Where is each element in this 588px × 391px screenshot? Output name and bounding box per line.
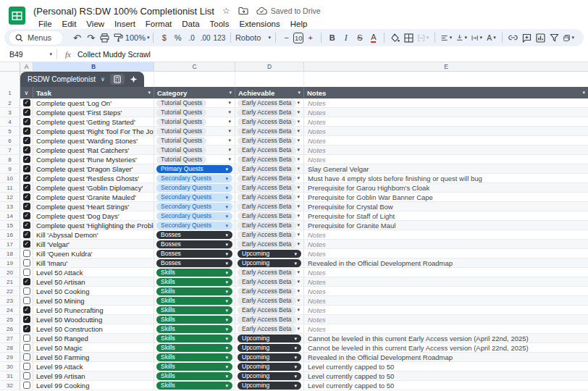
bold-button[interactable]: B [325,30,339,45]
row-number[interactable]: 8 [0,155,20,164]
category-cell[interactable]: Skills▾ [154,362,235,371]
redo-button[interactable]: ↷ [84,30,98,45]
menu-edit[interactable]: Edit [57,19,82,29]
row-checkbox[interactable] [23,269,30,276]
note-cell[interactable]: Prerequisite for Crystal Bow [304,202,588,211]
category-cell[interactable]: Skills▾ [154,306,235,315]
task-cell[interactable]: Complete quest 'Rat Catchers' [33,146,154,155]
achievable-chip[interactable]: Early Access Beta [238,175,296,182]
category-chip[interactable]: Secondary Quests▾ [156,184,232,192]
task-cell[interactable]: Level 50 Farming [33,353,154,362]
note-cell[interactable]: Notes [304,117,588,127]
achievable-chip[interactable]: Early Access Beta [238,165,296,173]
achievable-cell[interactable]: Early Access Beta▾ [235,98,304,108]
achievable-chip[interactable]: Early Access Beta [238,156,296,164]
task-cell[interactable]: Complete quest 'Log On' [33,98,154,108]
task-cell[interactable]: Complete quest 'Highlighting the Problem… [33,221,154,230]
note-cell[interactable]: Level currently capped to 50 [304,381,588,390]
menu-format[interactable]: Format [140,19,177,29]
print-button[interactable] [98,30,112,45]
achievable-cell[interactable]: Early Access Beta▾ [235,240,304,249]
achievable-chip[interactable]: Early Access Beta [238,212,296,220]
text-rotation-button[interactable]: A ▾ [484,30,498,45]
task-cell[interactable]: Level 50 Attack [33,268,154,277]
row-number[interactable]: 32 [0,381,20,390]
task-cell[interactable]: Level 50 Ranged [33,334,154,343]
achievable-cell[interactable]: Early Access Beta▾ [235,306,304,315]
category-cell[interactable]: Tutorial Quests▾ [154,155,235,164]
insert-link-button[interactable] [506,30,520,45]
column-header-achievable[interactable]: Achievable ▾ [235,87,304,98]
row-number[interactable]: 29 [0,353,20,362]
achievable-cell[interactable]: Early Access Beta▾ [235,202,304,211]
menu-help[interactable]: Help [285,19,313,29]
row-checkbox[interactable]: ✓ [23,99,30,106]
borders-button[interactable] [402,30,416,45]
category-chip[interactable]: Bosses▾ [156,250,232,258]
create-filter-button[interactable] [547,30,561,45]
category-chip[interactable]: Skills▾ [156,382,232,390]
row-number[interactable]: 18 [0,249,20,258]
achievable-chip[interactable]: Early Access Beta [238,146,296,154]
achievable-chip[interactable]: Early Access Beta [238,193,296,201]
category-chip[interactable]: Secondary Quests▾ [156,212,232,220]
row-number[interactable]: 7 [0,146,20,155]
category-cell[interactable]: Secondary Quests▾ [154,221,235,230]
row-number[interactable]: 28 [0,343,20,353]
category-chip[interactable]: Secondary Quests▾ [156,193,232,201]
row-number[interactable]: 10 [0,174,20,183]
category-chip[interactable]: Skills▾ [156,278,232,286]
category-cell[interactable]: Bosses▾ [154,249,235,258]
row-number[interactable]: 3 [0,108,20,117]
achievable-chip[interactable]: Early Access Beta [238,137,296,145]
italic-button[interactable]: I [339,30,353,45]
note-cell[interactable]: Notes [304,249,588,258]
task-cell[interactable]: Level 99 Attack [33,362,154,371]
achievable-cell[interactable]: Upcoming▾ [235,258,304,268]
format-currency-button[interactable]: $ [157,30,171,45]
note-cell[interactable]: Notes [304,98,588,108]
category-chip[interactable]: Skills▾ [156,325,232,333]
row-number[interactable]: 4 [0,117,20,127]
achievable-chip[interactable]: Upcoming▾ [238,372,301,380]
achievable-cell[interactable]: Upcoming▾ [235,362,304,371]
category-chip[interactable]: Skills▾ [156,372,232,380]
achievable-chip[interactable]: Early Access Beta [238,269,296,277]
row-number[interactable]: 13 [0,202,20,211]
horizontal-align-button[interactable]: ▾ [439,30,454,45]
category-cell[interactable]: Skills▾ [154,343,235,353]
undo-button[interactable]: ↶ [70,30,84,45]
achievable-cell[interactable]: Upcoming▾ [235,343,304,353]
row-number[interactable]: 22 [0,287,20,296]
category-chip[interactable]: Tutorial Quests [156,156,206,164]
gemini-sparkle-button[interactable] [130,75,138,83]
achievable-chip[interactable]: Upcoming▾ [238,363,301,371]
note-cell[interactable]: Notes [304,230,588,240]
note-cell[interactable]: Revealed in the Official Development Roa… [304,353,588,362]
task-cell[interactable]: Complete quest 'Right Tool For The Job' [33,127,154,136]
checkbox-column-header[interactable]: ∨ [20,87,33,98]
row-checkbox[interactable]: ✓ [23,184,30,191]
category-cell[interactable]: Primary Quests▾ [154,164,235,174]
row-number[interactable]: 21 [0,277,20,287]
row-number[interactable]: 19 [0,258,20,268]
category-cell[interactable]: Skills▾ [154,315,235,324]
table-tools-button[interactable] [110,74,125,85]
row-checkbox[interactable]: ✓ [23,193,30,201]
column-header-letter-a[interactable]: A [20,62,33,72]
achievable-chip[interactable]: Early Access Beta [238,127,296,135]
column-header-letter-b[interactable]: B [33,62,154,72]
merge-cells-button[interactable]: ▾ [416,30,431,45]
category-chip[interactable]: Tutorial Quests [156,99,206,107]
achievable-cell[interactable]: Early Access Beta▾ [235,315,304,324]
row-checkbox[interactable]: ✓ [23,175,30,182]
category-cell[interactable]: Skills▾ [154,353,235,362]
category-cell[interactable]: Secondary Quests▾ [154,202,235,211]
task-cell[interactable]: Level 50 Magic [33,343,154,353]
task-cell[interactable]: Complete quest 'First Steps' [33,108,154,117]
increase-font-size-button[interactable]: + [303,30,317,45]
achievable-cell[interactable]: Early Access Beta▾ [235,211,304,221]
more-formats-button[interactable]: 123 [212,30,226,45]
achievable-chip[interactable]: Early Access Beta [238,99,296,107]
note-cell[interactable]: Must have 4 empty slots before finishing… [304,174,588,183]
